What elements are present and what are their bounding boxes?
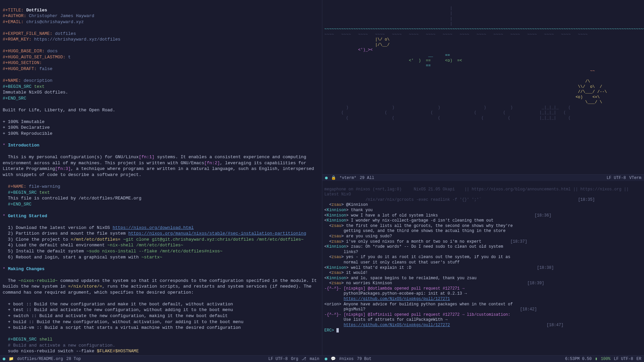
pr-line-2: python3Packages.python-ecobee-api: init … [324,291,467,296]
battery-icon: ▮ [595,356,597,361]
step-6: 6) Reboot and login, start a graphical s… [8,255,162,260]
orion-line-2: pkgsMusl? [324,307,365,312]
doc-title: Dotfiles [26,8,47,13]
erc-position: 79 Bot [357,357,371,361]
shell-line: sudo nixos-rebuild switch --flake $FLAKE… [8,349,139,354]
heading-star-3: * [3,266,5,272]
download-link[interactable]: https://nixos.org/download.html [113,225,194,230]
fish-1: |\/ o\ [324,37,389,42]
pr-link-1[interactable]: https://github.com/NixOS/nixpkgs/pull/12… [344,297,450,301]
name-keyword: #+NAME: [3,78,21,83]
irc-line: <Kinnison> I wonder why nix-collect-garb… [324,218,493,223]
irc-line: <zsau> i've only used nixos for a month … [324,239,527,244]
wave-line-2: ~~~~ ~~~~ ~~~~ ~~~~ ~~~~ ~~~~ ~~~~ ~~~~ … [324,32,588,37]
pr-line-3: -{^-^}- [nixpkgs] @Infinisil opened pull… [324,312,511,317]
hugo-section-keyword: #+HUGO_SECTION: [3,60,42,65]
battery-pct: 100% [601,357,610,361]
src-lang-2: text [39,190,50,195]
erc-input[interactable] [336,328,339,333]
org-mode: Org [291,357,299,361]
heading-introduction[interactable]: Introduction [8,143,40,148]
lock-icon: 🔒 [331,175,336,180]
author-value: Christopher James Hayward [29,13,94,18]
bullet-3: + 100% Reproducible [3,131,52,136]
irc-line: <Kinnison> zsau: Oh *rude words* -- Do I… [324,244,503,249]
pr-link-2[interactable]: https://github.com/NixOS/nixpkgs/pull/12… [344,323,450,327]
modified-icon [325,358,327,360]
bullet-1: + 100% Immutable [3,119,45,124]
heading-getting-started[interactable]: Getting Started [8,214,47,219]
src-body: Immutable NixOS dotfiles. [3,90,68,95]
email-value: chris@chrishayward.xyz [26,19,84,24]
pr-line-4: Use lists of attrsets for callPackageWit… [324,317,447,322]
op-test: + test :: Build and activate the new con… [8,307,233,312]
step-1: 1) Download the latest version of NixOS … [8,225,194,230]
irc-line: normal user it only cleans out that user… [324,260,460,265]
erc-buffer[interactable]: megaphone on #nixos (+nrt,lag:0) NixOS 2… [322,181,644,355]
erc-header-2: /nix/var/nix/gcroots -exec readlink -f '… [324,197,481,202]
bullet-2: + 100% Declarative [3,125,50,130]
vterm-position: 29 All [360,176,374,180]
op-buildvm: + build-vm :: Build a script that starts… [8,325,241,330]
right-column: | | | | ~~~~~~~~~~~~~~~~~~~~~~~~~~~~~~~~… [322,0,644,355]
vterm-buffer[interactable]: | | | | ~~~~~~~~~~~~~~~~~~~~~~~~~~~~~~~~… [322,0,644,174]
vterm-mode: VTerm [629,176,641,180]
erc-header: megaphone on #nixos (+nrt,lag:0) NixOS 2… [324,187,631,197]
branch-icon: ⎇ [302,356,306,361]
orion-line: <orion> Anyone have advice for building … [324,302,513,307]
chat-icon: 💬 [331,356,336,361]
org-buffer-name: dotfiles/README.org [17,357,63,361]
folder-icon: 📁 [9,356,14,361]
hugo-base-value: docs [47,49,58,54]
begin-src-3: #+BEGIN_SRC [8,337,37,342]
heading-star-2: * [3,214,5,219]
wave-line: ~~~~~~~~~~~~~~~~~~~~~~~~~~~~~~~~~~~~~~~~… [324,27,644,32]
heading-star: * [3,143,5,148]
step-4: 4) Load the default shell environment ~n… [8,243,183,248]
irc-line: getting used, and the third one shows th… [324,229,505,233]
irc-line: <zsau> yes - if you do it as root it cle… [324,255,511,259]
email-keyword: #+EMAIL: [3,19,23,24]
hugo-draft-value: false [39,66,52,71]
op-switch: + switch :: Build and activate the new c… [8,313,228,318]
op-build: + build :: Build the new configuration, … [8,319,244,324]
plants-2: ( ( ( ( ( |_|_|_| ( ( ( ( ( ( |_|_|_| ( [324,110,571,120]
irc-line: <Kinnison> and lo, space begins to be re… [324,276,477,281]
end-src: #+END_SRC [3,96,26,101]
fish-2: <')_>< [324,48,373,52]
src-lang-3: shell [39,337,52,342]
name-value-2: file-warning [29,184,60,189]
irc-line: <zsau> it would! [324,270,368,275]
heading-making-changes[interactable]: Making Changes [8,266,45,272]
erc-buffer-name: #nixos [339,357,354,361]
hugo-lastmod-value: t [68,55,71,60]
fish-3b: <' ) == <o) =< [324,58,462,63]
op-boot: + boot :: Build the new configuration an… [8,302,233,307]
ts-1835: [18:35] [578,197,595,202]
big-fish: /\ \\/ o\ / [324,79,607,105]
org-modeline[interactable]: 📁 dotfiles/README.org 28 Top LF UTF-8 Or… [0,355,322,362]
fish-3a: __ == [324,53,450,58]
step-2: 2) Partition drives and mount the file s… [8,231,306,236]
name-value: description [23,78,52,83]
org-buffer[interactable]: #+TITLE: Dotfiles #+AUTHOR: Christopher … [0,0,322,355]
partition-link[interactable]: https://nixos.org/manual/nixos/stable/#s… [128,231,306,236]
irc-line: <zsau> no worries Kinnison [18:39] [324,281,544,286]
fish-3c: == [324,63,431,68]
begin-src-2: #+BEGIN_SRC [8,190,37,195]
export-keyword: #+EXPORT_FILE_NAME: [3,31,52,36]
erc-modeline[interactable]: 💬 #nixos 79 Bot 6:53PM 0.50 ▮ 100% LF UT… [322,355,644,362]
tagline: Built for Life, Liberty, and the Open Ro… [3,108,115,113]
fish-1b: |/\__/ [324,43,389,47]
vterm-modeline[interactable]: 🔒 *vterm* 29 All LF UTF-8 VTerm [322,174,644,181]
roam-keyword: #+ROAM_KEY: [3,37,32,42]
org-encoding: LF UTF-8 [268,357,288,361]
footnote-3[interactable]: [fn:3] [55,166,71,171]
footnote-2[interactable]: [fn:2] [204,161,220,166]
vterm-buffer-name: *vterm* [339,176,356,180]
author-keyword: #+AUTHOR: [3,13,26,18]
ascii-pipe: | | | | [324,6,452,26]
footnote-1[interactable]: [fn:1] [139,155,155,160]
step-5: 5) Install the default system ~sudo nixo… [8,249,223,254]
roam-value: https://chrishayward.xyz/dotfiles [34,37,120,42]
